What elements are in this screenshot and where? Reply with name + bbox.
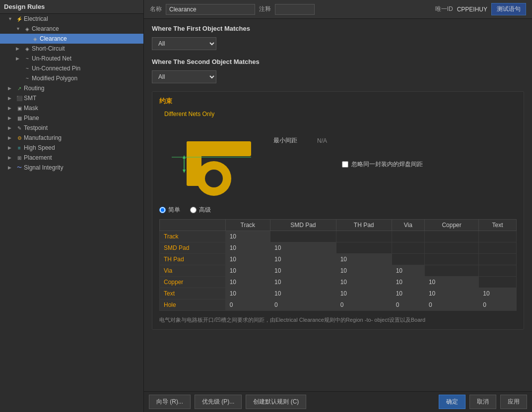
first-match-title: Where The First Object Matches <box>152 25 524 32</box>
cell-text-copper[interactable]: 10 <box>424 288 478 299</box>
sidebar-item-label: Routing <box>24 85 141 92</box>
short-circuit-icon: ◈ <box>23 45 32 52</box>
cell-text-text[interactable]: 10 <box>479 288 517 299</box>
sidebar-title: Design Rules <box>0 0 143 14</box>
ignore-checkbox-label[interactable]: 忽略同一封装内的焊盘间距 <box>342 160 423 169</box>
cell-th-th[interactable]: 10 <box>336 254 392 265</box>
cell-via-via[interactable]: 10 <box>392 265 424 277</box>
sidebar-item-signal-integrity[interactable]: ▶ 〜 Signal Integrity <box>0 163 143 173</box>
cell-track-text <box>479 231 517 242</box>
col-header-smd: SMD Pad <box>270 220 336 231</box>
sidebar-item-routing[interactable]: ▶ ↗ Routing <box>0 83 143 93</box>
apply-btn[interactable]: 应用 <box>500 395 527 409</box>
cell-copper-track[interactable]: 10 <box>225 277 270 288</box>
cell-text-th[interactable]: 10 <box>336 288 392 299</box>
placement-icon: ⊞ <box>15 154 24 161</box>
cell-via-smd[interactable]: 10 <box>270 265 336 277</box>
ignore-checkbox-input[interactable] <box>342 161 348 168</box>
cell-hole-via[interactable]: 0 <box>392 299 424 311</box>
cell-copper-via[interactable]: 10 <box>392 277 424 288</box>
simple-mode-label[interactable]: 简单 <box>159 206 180 214</box>
arrow-icon: ▶ <box>8 106 15 111</box>
sidebar-item-smt[interactable]: ▶ ⬛ SMT <box>0 93 143 103</box>
cell-copper-copper[interactable]: 10 <box>424 277 478 288</box>
test-btn[interactable]: 测试语句 <box>491 3 526 15</box>
signal-integrity-icon: 〜 <box>15 164 24 171</box>
guide-btn[interactable]: 向导 (R)... <box>149 395 191 409</box>
advanced-mode-radio[interactable] <box>190 207 197 213</box>
diagram-area: Different Nets Only <box>159 111 327 201</box>
sidebar-item-plane[interactable]: ▶ ▦ Plane <box>0 113 143 123</box>
cell-text-track[interactable]: 10 <box>225 288 270 299</box>
cell-smd-th <box>336 242 392 254</box>
sidebar-item-placement[interactable]: ▶ ⊞ Placement <box>0 153 143 163</box>
clearance-group-icon: ◈ <box>23 25 32 32</box>
cell-th-copper <box>424 254 478 265</box>
name-input[interactable] <box>166 4 255 15</box>
cell-copper-th[interactable]: 10 <box>336 277 392 288</box>
arrow-icon: ▶ <box>8 145 15 150</box>
sidebar-item-modified-polygon[interactable]: ~ Modified Polygon <box>0 73 143 83</box>
id-value: CPPEIHUY <box>457 6 487 13</box>
arrow-icon: ▶ <box>16 46 23 51</box>
id-label: 唯一ID <box>435 5 453 13</box>
comment-input[interactable] <box>275 4 315 15</box>
cell-text-smd[interactable]: 10 <box>270 288 336 299</box>
sidebar-item-label: Un-Routed Net <box>32 55 141 62</box>
sidebar-item-clearance-group[interactable]: ▼ ◈ Clearance <box>0 24 143 34</box>
cell-track-track[interactable]: 10 <box>225 231 270 242</box>
second-match-title: Where The Second Object Matches <box>152 58 524 65</box>
plane-icon: ▦ <box>15 115 24 121</box>
cell-copper-smd[interactable]: 10 <box>270 277 336 288</box>
row-label-smd: SMD Pad <box>160 242 226 254</box>
cell-hole-copper[interactable]: 0 <box>424 299 478 311</box>
priority-btn[interactable]: 优先级 (P)... <box>195 395 242 409</box>
table-row: Track 10 <box>160 231 517 242</box>
sidebar-item-short-circuit[interactable]: ▶ ◈ Short-Circuit <box>0 44 143 54</box>
simple-mode-radio[interactable] <box>159 207 166 213</box>
sidebar-item-mask[interactable]: ▶ ▣ Mask <box>0 103 143 113</box>
cell-smd-track[interactable]: 10 <box>225 242 270 254</box>
sidebar-item-unconnected-pin[interactable]: ~ Un-Connected Pin <box>0 63 143 73</box>
constraint-title: 约束 <box>159 97 517 106</box>
clearance-icon: ◈ <box>31 35 40 42</box>
electrical-icon: ⚡ <box>15 15 24 22</box>
cell-via-th[interactable]: 10 <box>336 265 392 277</box>
cell-th-track[interactable]: 10 <box>225 254 270 265</box>
confirm-btn[interactable]: 确定 <box>439 395 466 409</box>
clearance-labels: 最小间距 N/A <box>273 136 327 149</box>
cell-via-track[interactable]: 10 <box>225 265 270 277</box>
cell-hole-smd[interactable]: 0 <box>270 299 336 311</box>
cell-track-th <box>336 231 392 242</box>
sidebar-item-testpoint[interactable]: ▶ ✎ Testpoint <box>0 123 143 133</box>
cell-text-via[interactable]: 10 <box>392 288 424 299</box>
table-row: Copper 10 10 10 10 10 <box>160 277 517 288</box>
sidebar-item-electrical[interactable]: ▼ ⚡ Electrical <box>0 14 143 24</box>
arrow-icon: ▶ <box>8 96 15 101</box>
sidebar-item-label: Electrical <box>24 15 141 22</box>
sidebar-item-high-speed[interactable]: ▶ ≡ High Speed <box>0 143 143 153</box>
advanced-mode-label[interactable]: 高级 <box>190 206 211 214</box>
sidebar-item-manufacturing[interactable]: ▶ ⚙ Manufacturing <box>0 133 143 143</box>
cell-smd-copper <box>424 242 478 254</box>
right-options: 忽略同一封装内的焊盘间距 <box>342 111 423 175</box>
first-match-dropdown[interactable]: All <box>152 37 216 50</box>
cell-hole-th[interactable]: 0 <box>336 299 392 311</box>
sidebar: Design Rules ▼ ⚡ Electrical ▼ ◈ Clearanc… <box>0 0 144 412</box>
advanced-mode-text: 高级 <box>199 206 211 214</box>
cell-smd-smd[interactable]: 10 <box>270 242 336 254</box>
cell-via-text <box>479 265 517 277</box>
cell-hole-track[interactable]: 0 <box>225 299 270 311</box>
header-bar: 名称 注释 唯一ID CPPEIHUY 测试语句 <box>144 0 532 19</box>
constraint-section: 约束 Different Nets Only <box>152 91 524 330</box>
create-default-btn[interactable]: 创建默认规则 (C) <box>246 395 306 409</box>
cell-th-smd[interactable]: 10 <box>270 254 336 265</box>
clearance-table: Track SMD Pad TH Pad Via Copper Text Tra… <box>159 219 517 311</box>
sidebar-item-clearance[interactable]: ◈ Clearance <box>0 34 143 44</box>
cell-hole-text[interactable]: 0 <box>479 299 517 311</box>
second-match-dropdown[interactable]: All <box>152 70 216 83</box>
cancel-btn[interactable]: 取消 <box>469 395 496 409</box>
main-content: 名称 注释 唯一ID CPPEIHUY 测试语句 Where The First… <box>144 0 532 412</box>
sidebar-item-unrouted-net[interactable]: ▶ ~ Un-Routed Net <box>0 54 143 63</box>
row-label-via: Via <box>160 265 226 277</box>
